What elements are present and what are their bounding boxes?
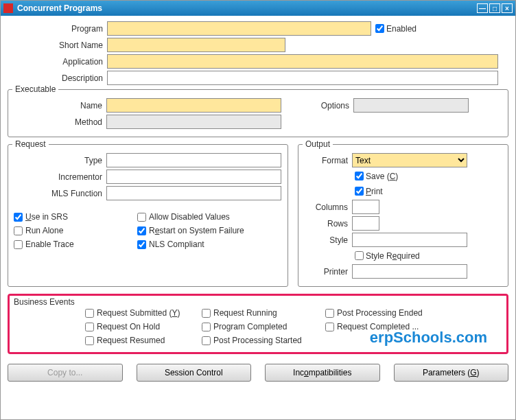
titlebar: Concurrent Programs — □ × [1,1,515,16]
req-on-hold-checkbox[interactable] [85,323,94,331]
incompatibilities-button[interactable]: Incompatibilities [265,364,380,382]
restart-label: Restart on System Failure [149,226,244,235]
enable-trace-label: Enable Trace [25,240,74,249]
style-input[interactable] [352,233,467,247]
minimize-icon[interactable]: — [477,3,488,13]
exec-method-label: Method [14,117,106,127]
enabled-checkbox[interactable] [375,24,384,33]
columns-input[interactable] [352,200,379,214]
output-legend: Output [303,139,333,149]
incrementor-input[interactable] [106,170,281,184]
req-submitted-checkbox[interactable] [85,309,94,318]
executable-legend: Executable [12,84,58,94]
print-label: Print [366,187,383,196]
style-required-label: Style Required [366,251,420,261]
prog-completed-checkbox[interactable] [202,323,211,331]
print-checkbox[interactable] [355,187,364,196]
style-required-checkbox[interactable] [355,251,364,260]
business-events-legend: Business Events [14,297,75,307]
request-legend: Request [12,139,49,149]
allow-disabled-checkbox[interactable] [137,213,146,222]
req-resumed-checkbox[interactable] [85,336,94,345]
parameters-button[interactable]: Parameters (G) [394,364,509,382]
copy-to-button: Copy to... [8,364,123,382]
short-name-input[interactable] [107,38,285,52]
exec-method-input[interactable] [106,115,281,129]
format-select[interactable]: Text [352,153,467,167]
printer-label: Printer [304,267,352,277]
oracle-icon [3,3,13,13]
run-alone-checkbox[interactable] [14,226,23,235]
executable-group: Executable Name Options Method [8,89,508,137]
post-started-checkbox[interactable] [202,336,211,345]
program-label: Program [8,24,107,34]
columns-label: Columns [304,202,352,212]
maximize-icon[interactable]: □ [489,3,500,13]
rows-input[interactable] [352,216,379,231]
enable-trace-checkbox[interactable] [14,240,23,249]
enabled-label: Enabled [386,24,417,34]
output-group: Output Format Text Save (C) Print [298,144,508,287]
description-input[interactable] [107,71,498,85]
save-checkbox[interactable] [355,172,364,180]
exec-name-label: Name [14,101,106,110]
req-resumed-label: Request Resumed [97,336,165,345]
mls-input[interactable] [106,186,281,200]
description-label: Description [8,73,107,83]
mls-label: MLS Function [14,189,106,198]
short-name-label: Short Name [8,40,107,50]
application-input[interactable] [107,54,498,69]
post-started-label: Post Processing Started [213,336,302,345]
use-in-srs-checkbox[interactable] [14,213,23,222]
window-frame: Concurrent Programs — □ × Program Enable… [0,0,516,420]
exec-name-input[interactable] [106,98,281,113]
req-completed-checkbox[interactable] [325,323,334,331]
rows-label: Rows [304,219,352,229]
req-running-label: Request Running [213,308,277,318]
incrementor-label: Incrementor [14,172,106,182]
program-input[interactable] [107,21,371,36]
printer-input[interactable] [352,264,467,279]
type-label: Type [14,156,106,165]
run-alone-label: Run Alone [25,226,63,235]
nls-label: NLS Compliant [149,240,204,249]
post-ended-checkbox[interactable] [325,309,334,318]
session-control-button[interactable]: Session Control [137,364,252,382]
restart-checkbox[interactable] [137,226,146,235]
style-label: Style [304,235,352,245]
allow-disabled-label: Allow Disabled Values [149,212,230,222]
nls-checkbox[interactable] [137,240,146,249]
prog-completed-label: Program Completed [213,322,287,331]
post-ended-label: Post Processing Ended [337,308,423,318]
exec-options-label: Options [281,101,353,110]
req-completed-label: Request Completed ... [337,322,419,331]
save-label: Save (C) [366,172,398,181]
application-label: Application [8,57,107,67]
req-running-checkbox[interactable] [202,309,211,318]
req-submitted-label: Request Submitted (Y) [97,308,180,318]
request-group: Request Type Incrementor MLS Function [8,144,288,287]
business-events-group: Business Events Request Submitted (Y) Re… [8,294,508,354]
window-title: Concurrent Programs [17,3,477,13]
format-label: Format [304,156,352,165]
use-in-srs-label: Use in SRS [25,212,68,222]
req-on-hold-label: Request On Hold [97,322,160,331]
exec-options-input[interactable] [353,98,469,113]
type-input[interactable] [106,153,281,167]
close-icon[interactable]: × [502,3,513,13]
